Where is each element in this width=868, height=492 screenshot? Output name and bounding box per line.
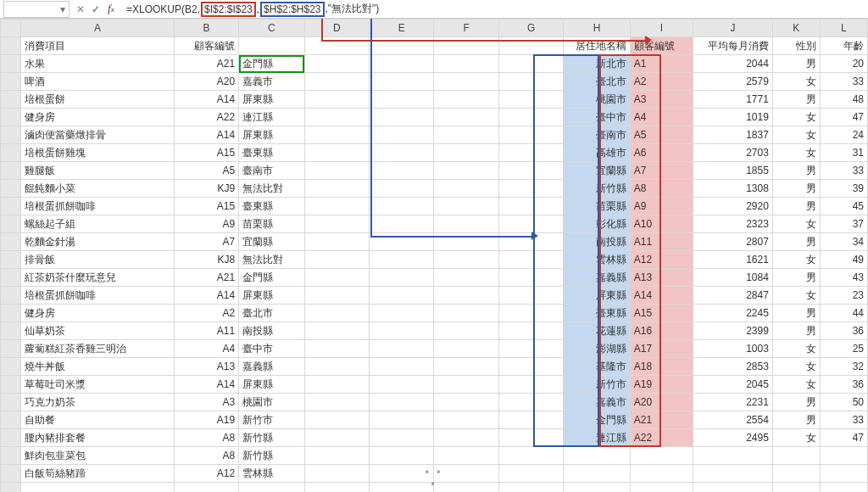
cell[interactable]: [434, 91, 498, 109]
cell[interactable]: 屏東縣: [239, 376, 304, 394]
cell[interactable]: [370, 73, 434, 91]
cell[interactable]: A3: [174, 394, 238, 411]
row-header[interactable]: [1, 376, 21, 394]
cell[interactable]: A5: [174, 162, 238, 180]
confirm-icon[interactable]: ✓: [88, 3, 103, 15]
row-header[interactable]: [1, 394, 21, 411]
cell[interactable]: 男: [772, 91, 820, 109]
col-G[interactable]: G: [498, 20, 563, 37]
cell[interactable]: 2554: [693, 411, 773, 429]
cell[interactable]: [304, 447, 369, 465]
cell[interactable]: 女: [772, 340, 820, 358]
row-header[interactable]: [1, 91, 21, 109]
cell[interactable]: 顧客編號: [630, 37, 693, 55]
cell[interactable]: 43: [820, 269, 867, 287]
cell[interactable]: 年齡: [820, 37, 867, 55]
cell[interactable]: [304, 465, 369, 483]
cell[interactable]: 2920: [693, 198, 773, 215]
formula-input[interactable]: =XLOOKUP(B2, $I$2:$I$23 , $H$2:$H$23 ,"無…: [122, 2, 380, 17]
row-header[interactable]: [1, 358, 21, 376]
cell[interactable]: 無法比對: [239, 251, 304, 269]
cell[interactable]: [434, 394, 498, 411]
cell[interactable]: 女: [772, 215, 820, 233]
cell[interactable]: [370, 322, 434, 340]
cell[interactable]: A21: [174, 269, 238, 287]
cell[interactable]: 螺絲起子組: [21, 215, 174, 233]
cell[interactable]: [304, 322, 369, 340]
cell[interactable]: [174, 483, 238, 493]
cell[interactable]: 顧客編號: [174, 37, 238, 55]
cell[interactable]: 44: [820, 305, 867, 322]
col-J[interactable]: J: [693, 20, 773, 37]
col-A[interactable]: A: [21, 20, 174, 37]
cell[interactable]: 31: [820, 144, 867, 162]
cell[interactable]: 女: [772, 126, 820, 144]
cell[interactable]: [304, 73, 369, 91]
cell[interactable]: [304, 91, 369, 109]
cell[interactable]: [304, 109, 369, 126]
cell[interactable]: [630, 465, 693, 483]
cell[interactable]: 男: [772, 411, 820, 429]
cell[interactable]: [304, 394, 369, 411]
cell[interactable]: 金門縣: [239, 55, 304, 73]
cell[interactable]: 水果: [21, 55, 174, 73]
cell[interactable]: [370, 233, 434, 251]
row-header[interactable]: [1, 465, 21, 483]
cell[interactable]: 1084: [693, 269, 773, 287]
row-header[interactable]: [1, 287, 21, 305]
cell[interactable]: [434, 198, 498, 215]
cell[interactable]: A20: [174, 73, 238, 91]
cell[interactable]: 男: [772, 55, 820, 73]
cell[interactable]: [498, 37, 563, 55]
cell[interactable]: 餛飩麵小菜: [21, 180, 174, 198]
cell[interactable]: 33: [820, 411, 867, 429]
row-header[interactable]: [1, 483, 21, 493]
cell[interactable]: 20: [820, 55, 867, 73]
cell[interactable]: 2245: [693, 305, 773, 322]
cell[interactable]: [370, 358, 434, 376]
cell[interactable]: 34: [820, 233, 867, 251]
cell[interactable]: 自助餐: [21, 411, 174, 429]
cell[interactable]: [21, 483, 174, 493]
cell[interactable]: [370, 109, 434, 126]
cell[interactable]: A14: [174, 91, 238, 109]
cell[interactable]: A21: [174, 55, 238, 73]
cell[interactable]: 50: [820, 394, 867, 411]
cell[interactable]: 2044: [693, 55, 773, 73]
cell[interactable]: 33: [820, 162, 867, 180]
cell[interactable]: 25: [820, 340, 867, 358]
cell[interactable]: 2495: [693, 429, 773, 447]
cell[interactable]: 消費項目: [21, 37, 174, 55]
cell[interactable]: 女: [772, 73, 820, 91]
cell[interactable]: 男: [772, 322, 820, 340]
cell[interactable]: [693, 465, 773, 483]
col-H[interactable]: H: [564, 20, 630, 37]
cell[interactable]: [434, 411, 498, 429]
cell[interactable]: [434, 55, 498, 73]
cell[interactable]: 49: [820, 251, 867, 269]
cell[interactable]: [693, 447, 773, 465]
cell[interactable]: 47: [820, 109, 867, 126]
cell[interactable]: 雲林縣: [239, 465, 304, 483]
cell[interactable]: [434, 447, 498, 465]
name-box[interactable]: ▾: [3, 1, 70, 18]
cell[interactable]: [304, 215, 369, 233]
cell[interactable]: 男: [772, 394, 820, 411]
cell[interactable]: 巧克力奶茶: [21, 394, 174, 411]
cell[interactable]: 臺東縣: [239, 144, 304, 162]
cell[interactable]: [498, 447, 563, 465]
cell[interactable]: [434, 269, 498, 287]
cell[interactable]: 乾麵金針湯: [21, 233, 174, 251]
cell[interactable]: [564, 483, 630, 493]
row-header[interactable]: [1, 340, 21, 358]
cell[interactable]: 屏東縣: [239, 91, 304, 109]
cell[interactable]: 居住地名稱: [564, 37, 630, 55]
col-C[interactable]: C: [239, 20, 304, 37]
cell[interactable]: [434, 109, 498, 126]
cell[interactable]: 蘿蔔糕紅茶香雞三明治: [21, 340, 174, 358]
cell[interactable]: 屏東縣: [239, 287, 304, 305]
cell[interactable]: [370, 305, 434, 322]
cell[interactable]: KJ8: [174, 251, 238, 269]
cell[interactable]: 培根蛋抓餅咖啡: [21, 198, 174, 215]
cell[interactable]: 2323: [693, 215, 773, 233]
